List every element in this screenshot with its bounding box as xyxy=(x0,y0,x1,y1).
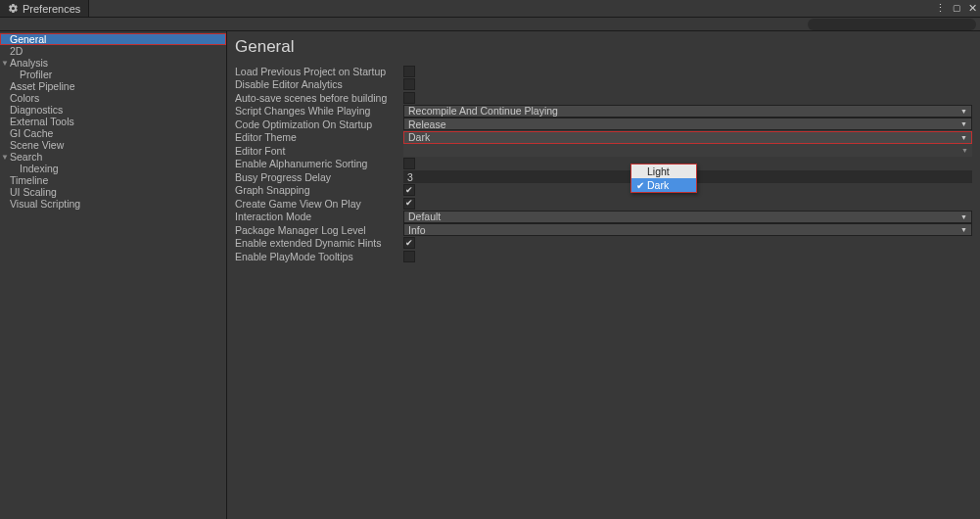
titlebar: Preferences ⋮ ▢ ✕ xyxy=(0,0,980,18)
sidebar-item-profiler[interactable]: Profiler xyxy=(0,69,226,80)
checkbox[interactable] xyxy=(403,66,415,77)
setting-label: Code Optimization On Startup xyxy=(235,118,403,130)
chevron-down-icon: ▼ xyxy=(961,147,968,154)
sidebar-item-label: Visual Scripting xyxy=(10,198,80,210)
setting-label: Enable PlayMode Tooltips xyxy=(235,251,403,262)
searchbar xyxy=(0,18,980,31)
sidebar-item-colors[interactable]: Colors xyxy=(0,92,226,104)
sidebar-item-label: Profiler xyxy=(20,69,52,80)
window-menu-icon[interactable]: ⋮ xyxy=(934,2,947,15)
dropdown[interactable]: Default▼ xyxy=(403,211,972,223)
checkbox[interactable] xyxy=(403,78,415,90)
sidebar-item-label: 2D xyxy=(10,45,23,57)
chevron-down-icon: ▼ xyxy=(960,108,967,115)
setting-label: Script Changes While Playing xyxy=(235,105,403,117)
chevron-down-icon: ▼ xyxy=(960,213,967,220)
chevron-down-icon: ▼ xyxy=(960,226,967,233)
popup-item-dark[interactable]: ✔Dark xyxy=(631,178,696,192)
foldout-toggle[interactable]: ▼ xyxy=(0,59,10,68)
sidebar-item-asset-pipeline[interactable]: Asset Pipeline xyxy=(0,80,226,92)
setting-row: Busy Progress Delay3 xyxy=(235,170,972,184)
setting-row: Enable Alphanumeric Sorting xyxy=(235,158,972,171)
sidebar-item-analysis[interactable]: ▼Analysis xyxy=(0,57,226,69)
popup-item-label: Dark xyxy=(647,179,669,191)
setting-row: Editor Font▼ xyxy=(235,144,972,158)
setting-row: Auto-save scenes before building xyxy=(235,91,972,105)
sidebar-item-label: Indexing xyxy=(20,163,59,174)
sidebar-item-timeline[interactable]: Timeline xyxy=(0,174,226,186)
window-close-icon[interactable]: ✕ xyxy=(967,2,978,15)
window-controls: ⋮ ▢ ✕ xyxy=(934,0,978,17)
sidebar-item-label: General xyxy=(10,33,46,45)
setting-label: Interaction Mode xyxy=(235,211,403,222)
checkbox[interactable] xyxy=(403,184,415,196)
sidebar-item-label: UI Scaling xyxy=(10,186,57,198)
sidebar: General2D▼AnalysisProfilerAsset Pipeline… xyxy=(0,31,227,519)
setting-label: Enable extended Dynamic Hints xyxy=(235,237,403,249)
dropdown[interactable]: Dark▼ xyxy=(403,131,972,144)
window-maximize-icon[interactable]: ▢ xyxy=(952,3,962,14)
setting-row: Graph Snapping xyxy=(235,184,972,198)
popup-item-label: Light xyxy=(647,165,670,177)
sidebar-item-label: Timeline xyxy=(10,174,48,186)
popup-item-light[interactable]: Light xyxy=(631,165,696,178)
sidebar-item-scene-view[interactable]: Scene View xyxy=(0,139,226,151)
setting-label: Enable Alphanumeric Sorting xyxy=(235,158,403,169)
checkbox[interactable] xyxy=(403,198,415,210)
chevron-down-icon: ▼ xyxy=(960,134,967,141)
setting-row: Interaction ModeDefault▼ xyxy=(235,211,972,224)
sidebar-item-gi-cache[interactable]: GI Cache xyxy=(0,127,226,139)
editor-theme-popup: Light✔Dark xyxy=(630,164,697,193)
sidebar-item-label: Colors xyxy=(10,92,39,104)
setting-label: Editor Font xyxy=(235,145,403,157)
setting-label: Graph Snapping xyxy=(235,184,403,196)
sidebar-item-external-tools[interactable]: External Tools xyxy=(0,116,226,127)
dropdown[interactable]: Recompile And Continue Playing▼ xyxy=(403,105,972,118)
page-title: General xyxy=(235,35,972,65)
checkbox[interactable] xyxy=(403,158,415,169)
setting-label: Package Manager Log Level xyxy=(235,224,403,236)
setting-label: Disable Editor Analytics xyxy=(235,78,403,90)
sidebar-item-label: Search xyxy=(10,151,42,163)
setting-row: Enable PlayMode Tooltips xyxy=(235,250,972,263)
sidebar-item-label: Analysis xyxy=(10,57,48,69)
dropdown-value: Info xyxy=(408,224,426,236)
sidebar-item-label: Scene View xyxy=(10,139,64,151)
setting-row: Disable Editor Analytics xyxy=(235,78,972,92)
sidebar-item-visual-scripting[interactable]: Visual Scripting xyxy=(0,198,226,210)
checkbox[interactable] xyxy=(403,251,415,262)
sidebar-item-diagnostics[interactable]: Diagnostics xyxy=(0,104,226,116)
sidebar-item-indexing[interactable]: Indexing xyxy=(0,163,226,174)
content-pane: General Load Previous Project on Startup… xyxy=(227,31,980,519)
sidebar-item-search[interactable]: ▼Search xyxy=(0,151,226,163)
preferences-tab-label: Preferences xyxy=(23,3,80,15)
setting-row: Enable extended Dynamic Hints xyxy=(235,237,972,251)
setting-row: Package Manager Log LevelInfo▼ xyxy=(235,223,972,237)
dropdown-value: Dark xyxy=(408,131,430,143)
dropdown[interactable]: Info▼ xyxy=(403,223,972,236)
setting-row: Load Previous Project on Startup xyxy=(235,65,972,78)
setting-row: Code Optimization On StartupRelease▼ xyxy=(235,118,972,131)
sidebar-item-ui-scaling[interactable]: UI Scaling xyxy=(0,186,226,198)
sidebar-item-label: GI Cache xyxy=(10,127,53,139)
sidebar-item-label: External Tools xyxy=(10,116,74,127)
preferences-tab[interactable]: Preferences xyxy=(0,0,89,17)
check-icon: ✔ xyxy=(633,180,647,191)
sidebar-item-general[interactable]: General xyxy=(0,33,226,45)
dropdown-value: Release xyxy=(408,118,446,130)
foldout-toggle[interactable]: ▼ xyxy=(0,153,10,162)
setting-label: Editor Theme xyxy=(235,131,403,143)
sidebar-item-label: Diagnostics xyxy=(10,104,63,116)
setting-label: Load Previous Project on Startup xyxy=(235,66,403,77)
sidebar-item-2d[interactable]: 2D xyxy=(0,45,226,57)
setting-row: Script Changes While PlayingRecompile An… xyxy=(235,105,972,118)
dropdown-disabled[interactable]: ▼ xyxy=(403,144,972,157)
setting-label: Busy Progress Delay xyxy=(235,171,403,183)
checkbox[interactable] xyxy=(403,92,415,104)
setting-row: Editor ThemeDark▼ xyxy=(235,131,972,145)
dropdown[interactable]: Release▼ xyxy=(403,118,972,130)
dropdown-value: Recompile And Continue Playing xyxy=(408,105,558,117)
setting-label: Create Game View On Play xyxy=(235,198,403,210)
checkbox[interactable] xyxy=(403,237,415,249)
search-input[interactable] xyxy=(808,19,976,30)
